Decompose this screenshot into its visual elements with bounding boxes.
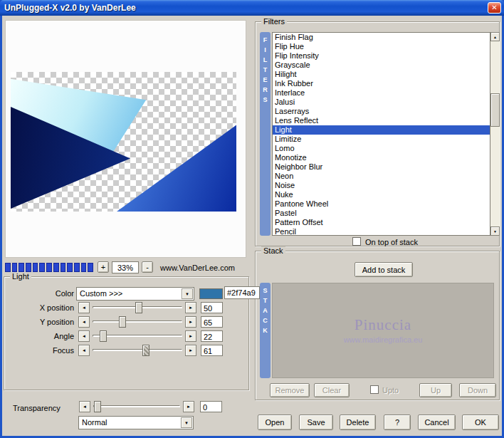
down-button[interactable]: Down [459,383,496,397]
dropdown-arrow-button[interactable]: ▼ [182,288,193,299]
upto-checkbox[interactable] [370,385,379,394]
up-arrow-icon: ▲ [493,35,497,39]
transparency-thumb[interactable] [94,401,101,412]
slider-value-input[interactable]: 50 [201,302,223,313]
color-dropdown[interactable]: Custom >>> ▼ [76,287,194,301]
add-to-stack-button[interactable]: Add to stack [355,262,413,277]
slider-thumb[interactable] [142,345,149,356]
delete-button[interactable]: Delete [340,414,376,430]
transparency-track[interactable] [92,401,182,412]
filter-list-item[interactable]: Monotize [273,153,490,162]
right-arrow-icon: ► [189,348,193,353]
filters-scrollbar[interactable]: ▲ ▼ [490,32,500,236]
color-hex-value: #2f74a9 [224,286,260,299]
progress-segment [46,263,52,272]
scroll-down-button[interactable]: ▼ [490,226,500,236]
zoom-level: 33% [112,261,139,273]
filter-list-item[interactable]: Flip Hue [273,42,490,51]
filter-list-item[interactable]: Lens Reflect [273,116,490,125]
left-arrow-icon: ◄ [82,348,86,353]
transparency-value-input[interactable]: 0 [200,401,222,412]
watermark-name: Pinuccia [273,316,493,334]
ok-button[interactable]: OK [462,414,499,430]
slider-right-button[interactable]: ► [185,345,196,356]
filter-list-item[interactable]: Hilight [273,70,490,79]
slider-right-button[interactable]: ► [185,302,196,313]
slider-thumb[interactable] [100,330,107,342]
filter-list-item[interactable]: Flip Intensity [273,51,490,61]
progress-segment [19,263,24,272]
progress-segment [74,263,80,272]
slider-thumb[interactable] [135,302,142,313]
save-button[interactable]: Save [299,414,333,430]
on-top-of-stack-checkbox[interactable] [352,237,361,246]
zoom-in-button[interactable]: + [98,261,109,273]
filter-list-item[interactable]: Neon [273,172,490,181]
color-swatch[interactable] [199,288,223,299]
clear-button[interactable]: Clear [314,383,350,397]
filter-list-item[interactable]: Pastel [273,209,490,218]
cancel-button[interactable]: Cancel [418,414,456,430]
slider-value-input[interactable]: 65 [201,316,223,328]
website-link[interactable]: www.VanDerLee.com [160,264,235,272]
scroll-up-button[interactable]: ▲ [490,32,500,41]
slider-groove [93,349,182,351]
slider-thumb[interactable] [119,316,126,328]
close-button[interactable]: ✕ [488,2,501,14]
filter-list-item[interactable]: Limitize [273,135,490,144]
help-button[interactable]: ? [384,414,411,430]
transparency-right-button[interactable]: ► [183,401,194,412]
stack-panel: Stack Add to stack S T A C K Pinuccia ww… [255,251,500,400]
filter-list-item[interactable]: Interlace [273,88,490,98]
slider-left-button[interactable]: ◄ [78,330,90,342]
slider-left-button[interactable]: ◄ [78,302,90,313]
filter-list-item[interactable]: Neighbor Blur [273,162,490,172]
slider-left-button[interactable]: ◄ [78,316,90,328]
scrollbar-track[interactable] [490,41,500,226]
slider-value: 22 [204,333,212,341]
filter-list-item[interactable]: Grayscale [273,61,490,70]
filter-list-item[interactable]: Ink Rubber [273,79,490,88]
filters-panel-title: Filters [261,17,287,26]
filter-list-item[interactable]: Lomo [273,144,490,153]
watermark-url: www.maidiregrafica.eu [273,335,493,344]
slider-groove [93,405,180,407]
filter-list-item[interactable]: Noise [273,181,490,190]
slider-row: X position ◄ ► 50 [4,301,248,316]
blend-mode-dropdown[interactable]: Normal ▼ [78,416,194,429]
slider-track[interactable] [91,330,184,342]
progress-segment [33,263,38,272]
slider-track[interactable] [91,302,184,313]
stack-list[interactable]: Pinuccia www.maidiregrafica.eu [272,283,494,378]
remove-button[interactable]: Remove [270,383,310,397]
title-bar[interactable]: UnPlugged-X v2.0 by VanDerLee ✕ [0,0,504,16]
filter-list-item[interactable]: Laserrays [273,107,490,116]
slider-right-button[interactable]: ► [185,330,196,342]
filter-list-item[interactable]: Nuke [273,190,490,199]
slider-left-button[interactable]: ◄ [78,345,90,356]
slider-value-input[interactable]: 61 [201,345,223,356]
slider-track[interactable] [91,345,184,356]
light-panel: Light Color Custom >>> ▼ #2f74a9 X posit… [4,276,249,390]
filter-list-item[interactable]: Pencil [273,227,490,236]
preview-area[interactable] [5,20,246,258]
slider-track[interactable] [91,316,184,328]
slider-groove [93,320,182,323]
filter-list-item[interactable]: Finish Flag [273,33,490,42]
filter-list-item[interactable]: Pantone Wheel [273,199,490,209]
filter-list-item[interactable]: Light [273,125,490,135]
slider-rows: X position ◄ ► 50 Y position ◄ ► 65 Angl… [4,301,248,358]
scrollbar-thumb[interactable] [490,93,500,127]
progress-segment [88,263,93,272]
slider-value-input[interactable]: 22 [201,330,223,342]
slider-row: Focus ◄ ► 61 [4,344,248,358]
open-button[interactable]: Open [258,414,292,430]
filter-list-item[interactable]: Jalusi [273,98,490,107]
dropdown-arrow-button[interactable]: ▼ [181,417,192,428]
filter-list-item[interactable]: Pattern Offset [273,218,490,227]
up-button[interactable]: Up [419,383,452,397]
transparency-left-button[interactable]: ◄ [79,401,90,412]
zoom-out-button[interactable]: - [142,261,153,273]
progress-segment [81,263,87,272]
slider-right-button[interactable]: ► [185,316,196,328]
